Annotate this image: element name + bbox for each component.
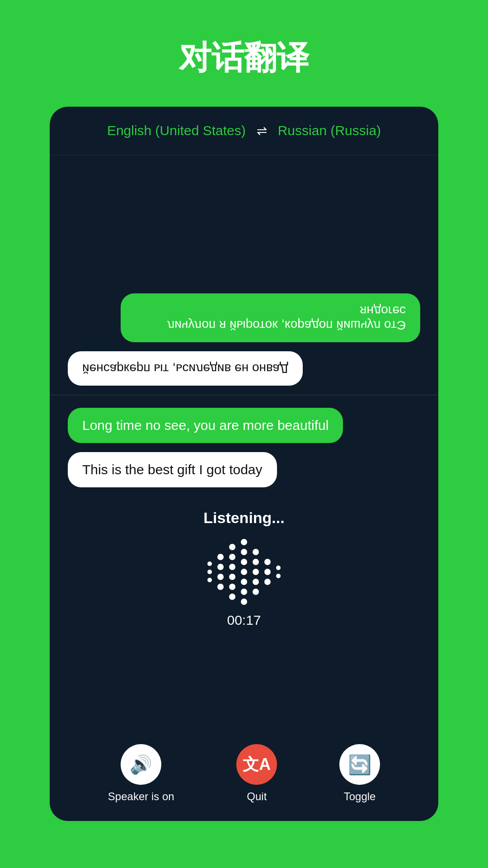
bottom-controls: 🔊 Speaker is on 文A Quit 🔄 Toggle [50,735,438,821]
message-green: Long time no see, you are more beautiful [68,408,343,443]
quit-label: Quit [247,790,267,803]
listening-section: Listening... [50,500,438,735]
flipped-message-green: Это лучший подарок, который я получил се… [121,293,420,342]
listening-label: Listening... [203,509,284,527]
source-language[interactable]: English (United States) [107,123,246,138]
speaker-button[interactable]: 🔊 Speaker is on [108,744,174,803]
swap-icon[interactable]: ⇌ [257,123,267,138]
waveform-visualization [207,536,281,608]
message-white: This is the best gift I got today [68,452,277,487]
speaker-icon-circle[interactable]: 🔊 [121,744,161,785]
speaker-label: Speaker is on [108,790,174,803]
quit-icon: 文A [243,754,271,776]
recording-timer: 00:17 [227,613,261,628]
language-bar: English (United States) ⇌ Russian (Russi… [50,107,438,155]
toggle-icon-circle[interactable]: 🔄 [339,744,380,785]
target-language[interactable]: Russian (Russia) [278,123,381,138]
page-title: 对话翻译 [179,36,309,80]
speaker-icon: 🔊 [130,754,152,775]
quit-icon-circle[interactable]: 文A [236,744,277,785]
flipped-messages-area: Это лучший подарок, который я получил се… [50,155,438,395]
normal-messages-area: Long time no see, you are more beautiful… [50,395,438,500]
toggle-label: Toggle [344,790,376,803]
quit-button[interactable]: 文A Quit [236,744,277,803]
translator-card: English (United States) ⇌ Russian (Russi… [50,107,438,821]
toggle-button[interactable]: 🔄 Toggle [339,744,380,803]
flipped-message-white: Давно не виделись, ты прекрасней [68,351,303,386]
toggle-icon: 🔄 [348,754,371,776]
